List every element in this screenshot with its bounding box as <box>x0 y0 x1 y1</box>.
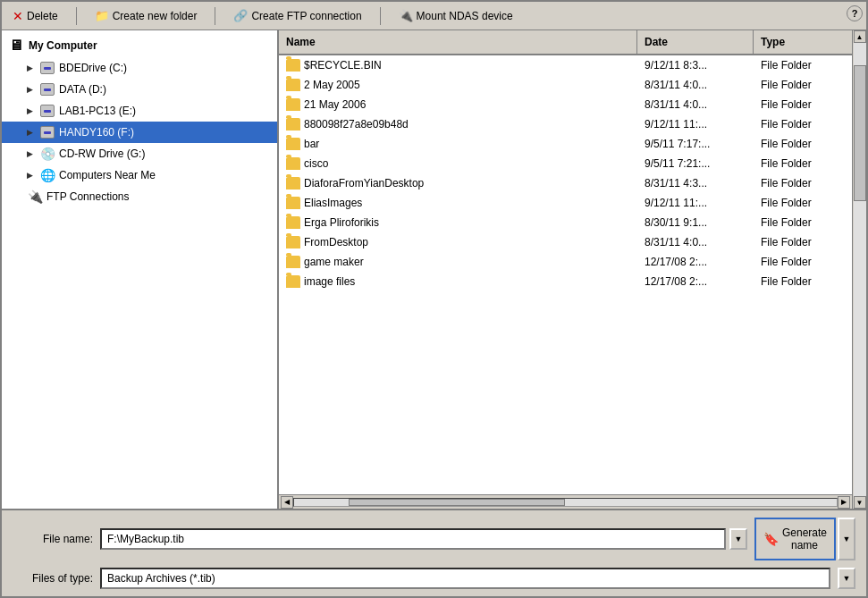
bdedrive-label: BDEDrive (C:) <box>59 62 127 74</box>
create-folder-icon: 📁 <box>95 9 109 22</box>
data-label: DATA (D:) <box>59 83 106 96</box>
filename-row: File name: ▼ 🔖 Generate name ▼ <box>13 518 855 560</box>
tree-item-computers-near-me[interactable]: ▶ 🌐 Computers Near Me <box>2 164 277 186</box>
file-name-cell: 2 May 2005 <box>279 75 637 95</box>
file-name-cell: $RECYCLE.BIN <box>279 55 637 75</box>
v-scrollbar-track[interactable] <box>854 43 866 496</box>
tree-item-handy160[interactable]: ▶ HANDY160 (F:) <box>2 122 277 143</box>
col-header-date[interactable]: Date <box>637 30 754 54</box>
horizontal-scrollbar[interactable]: ◀ ▶ <box>279 494 852 509</box>
file-date-cell: 12/17/08 2:... <box>637 272 754 291</box>
file-date-cell: 9/12/11 11:... <box>637 193 754 213</box>
file-date-cell: 8/31/11 4:3... <box>637 173 754 193</box>
vertical-scrollbar[interactable]: ▲ ▼ <box>852 30 866 509</box>
file-type-cell: File Folder <box>754 173 852 193</box>
h-scroll-right-btn[interactable]: ▶ <box>838 496 850 509</box>
table-row[interactable]: Erga Pliroforikis 8/30/11 9:1... File Fo… <box>279 213 852 232</box>
file-date-cell: 9/12/11 11:... <box>637 114 754 134</box>
main-content: 🖥 My Computer ▶ BDEDrive (C:) ▶ DATA (D:… <box>2 30 866 509</box>
delete-button[interactable]: ✕ Delete <box>9 7 62 25</box>
v-scroll-down-btn[interactable]: ▼ <box>854 496 866 509</box>
mount-ndas-icon: 🔌 <box>399 9 413 22</box>
col-header-type[interactable]: Type <box>754 30 852 54</box>
generate-btn-container: 🔖 Generate name ▼ <box>754 518 855 560</box>
table-row[interactable]: 21 May 2006 8/31/11 4:0... File Folder <box>279 95 852 114</box>
filename-input[interactable] <box>100 528 726 550</box>
drive-icon-e <box>39 103 55 119</box>
file-type-cell: File Folder <box>754 55 852 75</box>
file-name-cell: FromDesktop <box>279 232 637 252</box>
table-row[interactable]: 2 May 2005 8/31/11 4:0... File Folder <box>279 75 852 95</box>
toolbar-separator-3 <box>380 7 381 25</box>
table-row[interactable]: EliasImages 9/12/11 11:... File Folder <box>279 193 852 213</box>
ftp-icon: 🔌 <box>27 189 43 205</box>
tree-item-ftp-connections[interactable]: 🔌 FTP Connections <box>2 186 277 207</box>
table-row[interactable]: $RECYCLE.BIN 9/12/11 8:3... File Folder <box>279 55 852 75</box>
tree-item-data[interactable]: ▶ DATA (D:) <box>2 79 277 100</box>
file-type-cell: File Folder <box>754 154 852 173</box>
mount-ndas-button[interactable]: 🔌 Mount NDAS device <box>395 7 517 24</box>
drive-icon-c <box>39 60 55 76</box>
file-date-cell: 8/31/11 4:0... <box>637 75 754 95</box>
file-date-cell: 8/31/11 4:0... <box>637 95 754 114</box>
create-ftp-label: Create FTP connection <box>251 10 361 22</box>
folder-icon <box>286 256 300 268</box>
file-date-cell: 9/12/11 8:3... <box>637 55 754 75</box>
folder-icon <box>286 275 300 288</box>
folder-icon <box>286 157 300 170</box>
folder-icon <box>286 118 300 131</box>
file-date-cell: 9/5/11 7:17:... <box>637 134 754 154</box>
file-type-cell: File Folder <box>754 75 852 95</box>
file-type-cell: File Folder <box>754 193 852 213</box>
file-name-cell: image files <box>279 272 637 291</box>
drive-icon-f <box>39 124 55 140</box>
generate-icon: 🔖 <box>763 532 779 546</box>
filetype-input[interactable] <box>100 568 830 589</box>
arrow-icon: ▶ <box>27 149 36 158</box>
help-button[interactable]: ? <box>847 5 863 21</box>
toolbar-separator-2 <box>215 7 215 25</box>
table-row[interactable]: FromDesktop 8/31/11 4:0... File Folder <box>279 232 852 252</box>
tree-item-bdedrive[interactable]: ▶ BDEDrive (C:) <box>2 57 277 79</box>
file-name-cell: DiaforaFromYianDesktop <box>279 173 637 193</box>
my-computer-header[interactable]: 🖥 My Computer <box>2 34 277 57</box>
table-row[interactable]: bar 9/5/11 7:17:... File Folder <box>279 134 852 154</box>
filetype-dropdown-btn[interactable]: ▼ <box>838 568 855 589</box>
h-scrollbar-track[interactable] <box>293 498 838 507</box>
tree-item-cdrw[interactable]: ▶ 💿 CD-RW Drive (G:) <box>2 143 277 164</box>
table-row[interactable]: 880098f27a8e09b48d 9/12/11 11:... File F… <box>279 114 852 134</box>
mount-ndas-label: Mount NDAS device <box>417 10 513 22</box>
table-row[interactable]: game maker 12/17/08 2:... File Folder <box>279 252 852 272</box>
v-scroll-up-btn[interactable]: ▲ <box>854 30 866 43</box>
file-type-cell: File Folder <box>754 134 852 154</box>
my-computer-icon: 🖥 <box>9 38 23 54</box>
file-date-cell: 12/17/08 2:... <box>637 252 754 272</box>
tree-item-lab1pc13[interactable]: ▶ LAB1-PC13 (E:) <box>2 100 277 122</box>
file-type-cell: File Folder <box>754 213 852 232</box>
filename-label: File name: <box>13 533 93 545</box>
table-row[interactable]: cisco 9/5/11 7:21:... File Folder <box>279 154 852 173</box>
drive-icon-d <box>39 81 55 97</box>
create-folder-button[interactable]: 📁 Create new folder <box>91 7 201 24</box>
file-name-cell: cisco <box>279 154 637 173</box>
bottom-section: File name: ▼ 🔖 Generate name ▼ Files of … <box>2 509 866 596</box>
handy160-label: HANDY160 (F:) <box>59 126 134 139</box>
h-scrollbar-thumb[interactable] <box>349 499 566 506</box>
generate-dropdown-btn[interactable]: ▼ <box>838 518 855 560</box>
lab1pc13-label: LAB1-PC13 (E:) <box>59 105 136 117</box>
toolbar-separator-1 <box>76 7 77 25</box>
generate-name-button[interactable]: 🔖 Generate name <box>754 518 836 560</box>
filename-dropdown-btn[interactable]: ▼ <box>729 528 747 550</box>
v-scrollbar-thumb[interactable] <box>854 65 866 201</box>
table-row[interactable]: DiaforaFromYianDesktop 8/31/11 4:3... Fi… <box>279 173 852 193</box>
col-header-name[interactable]: Name <box>279 30 637 54</box>
table-row[interactable]: image files 12/17/08 2:... File Folder <box>279 272 852 291</box>
arrow-icon: ▶ <box>27 171 36 180</box>
delete-label: Delete <box>27 10 58 22</box>
file-name-cell: EliasImages <box>279 193 637 213</box>
arrow-icon: ▶ <box>27 128 36 137</box>
my-computer-label: My Computer <box>29 39 97 52</box>
h-scroll-left-btn[interactable]: ◀ <box>281 496 293 509</box>
create-ftp-button[interactable]: 🔗 Create FTP connection <box>230 7 365 24</box>
generate-label: Generate name <box>782 526 827 552</box>
